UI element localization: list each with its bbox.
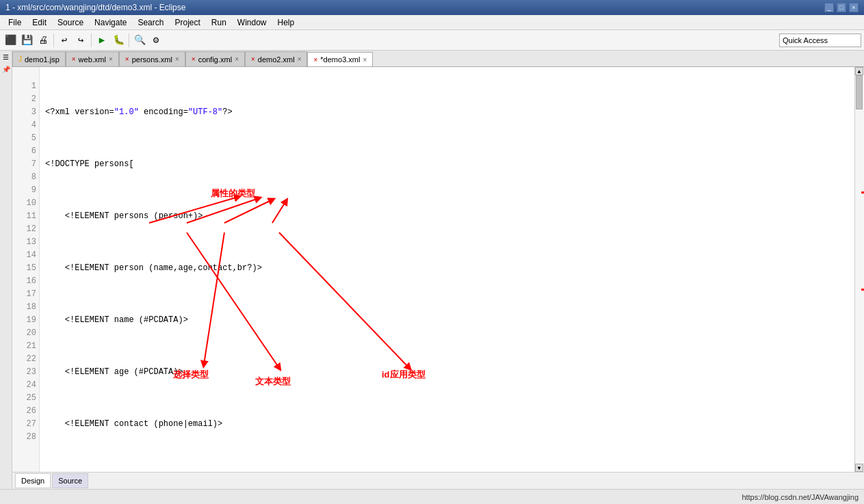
code-line-8: <!ELEMENT phone (#PCDATA)> <box>45 470 849 472</box>
tab-label-demo1: demo1.jsp <box>25 55 60 64</box>
code-view: 1 2 3 4 5 6 7 8 9 10 11 12 13 14 15 16 1… <box>12 67 854 472</box>
minimize-button[interactable]: _ <box>824 3 834 12</box>
status-bar: https://blog.csdn.net/JAVAwangjing <box>0 489 864 504</box>
tab-label-web: web.xml <box>79 55 106 64</box>
tab-close-demo3[interactable]: × <box>363 56 367 64</box>
code-line-1: <?xml version="1.0" encoding="UTF-8"?> <box>45 106 849 119</box>
menu-bar: File Edit Source Navigate Search Project… <box>0 15 864 30</box>
window-controls[interactable]: _ □ × <box>824 3 859 12</box>
tab-close-config[interactable]: × <box>235 55 239 63</box>
tab-source[interactable]: Source <box>52 473 88 488</box>
maximize-button[interactable]: □ <box>837 3 846 12</box>
tab-bar: J demo1.jsp × web.xml × × persons.xml × … <box>12 51 864 67</box>
menu-edit[interactable]: Edit <box>27 16 52 29</box>
menu-source[interactable]: Source <box>52 16 89 29</box>
tab-demo2xml[interactable]: × demo2.xml × <box>245 51 307 66</box>
toolbar-run[interactable]: ▶ <box>94 33 109 48</box>
scroll-down-arrow[interactable]: ▼ <box>855 464 863 472</box>
toolbar-btn-1[interactable]: ⬛ <box>3 33 18 48</box>
title-bar: 1 - xml/src/com/wangjing/dtd/demo3.xml -… <box>0 0 864 15</box>
tab-demo3xml[interactable]: × *demo3.xml × <box>307 52 373 67</box>
main-area: ☰ 📌 J demo1.jsp × web.xml × × persons.xm… <box>0 51 864 489</box>
tab-label-persons: persons.xml <box>132 55 172 64</box>
quick-access-input[interactable]: Quick Access <box>779 34 861 47</box>
menu-file[interactable]: File <box>3 16 27 29</box>
toolbar-debug[interactable]: 🐛 <box>111 33 126 48</box>
tab-icon-config: × <box>192 55 196 63</box>
tab-design[interactable]: Design <box>15 473 51 488</box>
toolbar: ⬛ 💾 🖨 ↩ ↪ ▶ 🐛 🔍 ⚙ Quick Access <box>0 30 864 51</box>
tab-design-label: Design <box>21 477 44 485</box>
tab-demo1jsp[interactable]: J demo1.jsp <box>12 51 66 66</box>
menu-project[interactable]: Project <box>169 16 205 29</box>
tab-icon-demo1: J <box>18 55 22 63</box>
tab-icon-web: × <box>72 55 76 63</box>
editor-area: J demo1.jsp × web.xml × × persons.xml × … <box>12 51 864 489</box>
error-marker-21 <box>861 289 864 291</box>
menu-search[interactable]: Search <box>132 16 169 29</box>
side-icon-1[interactable]: ☰ <box>1 53 12 64</box>
code-content: <?xml version="1.0" encoding="UTF-8"?> <… <box>40 67 854 472</box>
tab-close-persons[interactable]: × <box>175 55 179 63</box>
menu-navigate[interactable]: Navigate <box>89 16 132 29</box>
toolbar-btn-7[interactable]: ⚙ <box>148 33 163 48</box>
scroll-track[interactable] <box>855 75 864 464</box>
scrollbar-right[interactable]: ▲ ▼ <box>854 67 864 472</box>
svg-line-6 <box>279 233 409 368</box>
toolbar-btn-5[interactable]: ↪ <box>73 33 88 48</box>
toolbar-separator-3 <box>129 34 129 47</box>
toolbar-btn-2[interactable]: 💾 <box>19 33 34 48</box>
code-line-7: <!ELEMENT contact (phone|email)> <box>45 418 849 431</box>
tab-icon-demo3: × <box>313 56 317 64</box>
code-line-2: <!DOCTYPE persons[ <box>45 158 849 171</box>
left-icon-bar: ☰ 📌 <box>0 51 12 489</box>
svg-line-4 <box>204 233 224 364</box>
tab-webxml[interactable]: × web.xml × <box>66 51 119 66</box>
svg-line-5 <box>187 233 279 368</box>
menu-run[interactable]: Run <box>206 16 232 29</box>
code-scroll[interactable]: 1 2 3 4 5 6 7 8 9 10 11 12 13 14 15 16 1… <box>12 67 854 472</box>
tab-close-web[interactable]: × <box>109 55 113 63</box>
toolbar-btn-3[interactable]: 🖨 <box>36 33 51 48</box>
tab-label-demo3: *demo3.xml <box>320 55 360 64</box>
quick-access-label: Quick Access <box>783 36 828 44</box>
error-marker-13 <box>861 191 864 194</box>
code-line-6: <!ELEMENT age (#PCDATA)> <box>45 366 849 379</box>
title-text: 1 - xml/src/com/wangjing/dtd/demo3.xml -… <box>5 3 185 12</box>
annotation-attribute-type: 属性的类型 <box>211 187 255 200</box>
scroll-thumb[interactable] <box>856 75 863 109</box>
menu-window[interactable]: Window <box>232 16 272 29</box>
tab-configxml[interactable]: × config.xml × <box>185 51 245 66</box>
tab-personsxml[interactable]: × persons.xml × <box>119 51 185 66</box>
quick-access-area: Quick Access <box>779 34 861 47</box>
tab-close-demo2[interactable]: × <box>298 55 302 63</box>
toolbar-separator-1 <box>53 34 54 47</box>
status-url: https://blog.csdn.net/JAVAwangjing <box>742 493 859 501</box>
code-line-4: <!ELEMENT person (name,age,contact,br?)> <box>45 262 849 275</box>
code-line-5: <!ELEMENT name (#PCDATA)> <box>45 314 849 327</box>
close-button[interactable]: × <box>849 3 859 12</box>
tab-source-label: Source <box>58 477 82 485</box>
bottom-tabs: Design Source <box>12 472 864 489</box>
toolbar-btn-6[interactable]: 🔍 <box>132 33 147 48</box>
scroll-up-arrow[interactable]: ▲ <box>855 67 863 75</box>
tab-icon-demo2: × <box>251 55 255 63</box>
code-editor[interactable]: 1 2 3 4 5 6 7 8 9 10 11 12 13 14 15 16 1… <box>12 67 864 472</box>
tab-icon-persons: × <box>125 55 129 63</box>
tab-label-demo2: demo2.xml <box>258 55 295 64</box>
tab-label-config: config.xml <box>198 55 233 64</box>
menu-help[interactable]: Help <box>272 16 300 29</box>
line-numbers: 1 2 3 4 5 6 7 8 9 10 11 12 13 14 15 16 1… <box>12 67 40 472</box>
toolbar-separator-2 <box>91 34 92 47</box>
side-icon-2[interactable]: 📌 <box>1 66 12 77</box>
code-line-3: <!ELEMENT persons (person+)> <box>45 210 849 223</box>
toolbar-btn-4[interactable]: ↩ <box>57 33 72 48</box>
